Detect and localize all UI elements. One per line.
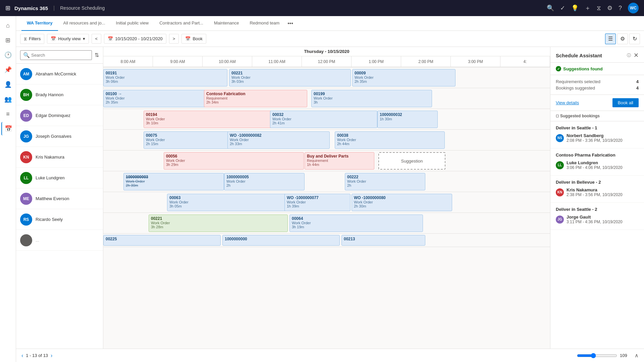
tab-redmond[interactable]: Redmond team xyxy=(244,16,285,31)
book-all-button[interactable]: Book all xyxy=(612,98,639,107)
search-icon: 🔍 xyxy=(23,52,30,58)
avatar: KN xyxy=(556,188,564,196)
avatar: LL xyxy=(556,161,564,169)
resource-name: Luke Lundgren xyxy=(36,175,65,180)
booking-00222[interactable]: 00222 Work Order 2h xyxy=(345,173,425,190)
waffle-icon[interactable]: ⊞ xyxy=(5,4,10,12)
search-input[interactable] xyxy=(31,53,89,58)
suggestion-group-title: Contoso Pharma Fabrication xyxy=(556,153,639,158)
book-icon: 📅 xyxy=(185,36,191,41)
timeline-row-kris: 29m 00056 Work Order 3h 29m Buy and Deli… xyxy=(103,150,550,171)
booking-00009[interactable]: 00009 Work Order 2h 35m xyxy=(352,69,455,86)
time-slot-9am: 9:00 AM xyxy=(153,56,203,67)
search-icon[interactable]: 🔍 xyxy=(547,4,554,12)
avatar: LL xyxy=(20,172,32,184)
date-range-button[interactable]: 📅 10/15/2020 - 10/21/2020 xyxy=(104,34,166,44)
info-icon[interactable]: ⓘ xyxy=(627,53,631,58)
booking-wo-1000000082[interactable]: WO -1000000082 Work Order 2h 33m xyxy=(227,131,330,149)
checklist-icon[interactable]: ✓ xyxy=(560,4,565,12)
tab-contractors[interactable]: Contractors and Part... xyxy=(154,16,209,31)
settings-view-icon[interactable]: ⚙ xyxy=(617,34,628,44)
booking-buy-deliver-parts[interactable]: Buy and Deliver Parts Requirement 1h 44m xyxy=(305,152,374,170)
timeline-header: Thursday - 10/15/2020 8:00 AM 9:00 AM 10… xyxy=(103,47,550,67)
list-view-icon[interactable]: ☰ xyxy=(605,34,616,44)
sidebar-recent-icon[interactable]: 🕐 xyxy=(1,48,15,62)
booking-00032[interactable]: 00032 Work Order 2h 41m xyxy=(270,111,377,128)
booking-1000000032[interactable]: 1000000032 1h 30m xyxy=(377,111,438,128)
close-button[interactable]: ✕ xyxy=(634,52,639,59)
prev-date-button[interactable]: < xyxy=(92,34,102,44)
sort-icon[interactable]: ⇅ xyxy=(95,52,99,58)
tab-wa-territory[interactable]: WA Territory xyxy=(21,16,58,31)
tab-initial-public[interactable]: Initial public view xyxy=(111,16,154,31)
status-found: Suggestions found xyxy=(556,66,639,71)
bookings-row: Bookings suggested 4 xyxy=(556,85,639,91)
lightbulb-icon[interactable]: 💡 xyxy=(571,4,579,12)
time-slot-8am: 8:00 AM xyxy=(103,56,153,67)
sidebar-people-icon[interactable]: 👤 xyxy=(1,78,15,91)
sidebar-calendar-icon[interactable]: 📅 xyxy=(1,122,15,135)
booking-00063[interactable]: 00063 Work Order 3h 05m xyxy=(167,194,289,211)
timeline-body[interactable]: 6h 00191 Work Order 3h 06m 00221 Work Or… xyxy=(103,67,550,362)
assistant-status: Suggestions found xyxy=(550,63,644,75)
tab-more-icon[interactable]: ••• xyxy=(285,20,296,26)
avatar: ED xyxy=(20,110,32,122)
next-page-button[interactable]: › xyxy=(51,353,52,359)
help-icon[interactable]: ? xyxy=(619,5,622,12)
booking-1000000005[interactable]: 1000000005 Work Order 2h xyxy=(224,173,305,190)
booking-00225[interactable]: 00225 xyxy=(103,235,221,246)
booking-00221-abraham[interactable]: 00221 Work Order 3h 03m xyxy=(229,69,351,86)
booking-wo-1000000080[interactable]: WO -1000000080 Work Order 2h 30m xyxy=(352,194,452,211)
suggestion-person-details: Norbert Sandberg 2:08 PM - 3:36 PM, 10/1… xyxy=(567,133,623,143)
add-icon[interactable]: ＋ xyxy=(585,4,591,12)
booking-1000000000[interactable]: 1000000000 xyxy=(222,235,340,246)
booking-00213[interactable]: 00213 xyxy=(341,235,425,246)
tab-maintenance[interactable]: Maintenance xyxy=(209,16,244,31)
pagination: ‹ 1 - 13 of 13 › xyxy=(21,353,52,359)
filters-button[interactable]: ⧖ Filters xyxy=(20,34,44,44)
booking-00100[interactable]: 00100 → Work Order 2h 35m xyxy=(103,90,207,107)
booking-1000000003[interactable]: 1000000003 Work Order 2h 30m xyxy=(123,173,224,190)
filter-icon[interactable]: ⧖ xyxy=(597,5,601,12)
collapse-button[interactable]: ∧ xyxy=(635,352,639,359)
booking-suggestion-kris[interactable]: Suggestion xyxy=(378,152,445,170)
list-item: BH Brady Hannon xyxy=(16,84,103,105)
date-header: Thursday - 10/15/2020 xyxy=(103,47,550,56)
zoom-range-input[interactable] xyxy=(577,353,617,358)
booking-00038[interactable]: 00038 Work Order 2h 44m xyxy=(335,131,445,149)
sidebar-home-icon[interactable]: ⌂ xyxy=(1,19,15,32)
resource-name: Matthew Everson xyxy=(36,196,69,201)
booking-wo-1000000077[interactable]: WO -1000000077 Work Order 1h 39m xyxy=(284,194,351,211)
sidebar-team-icon[interactable]: 👥 xyxy=(1,93,15,106)
booking-contoso-fabrication[interactable]: Contoso Fabrication Requirement 2h 34m xyxy=(204,90,307,107)
hourly-view-button[interactable]: 📅 Hourly view ▾ xyxy=(47,34,89,44)
search-box[interactable]: 🔍 xyxy=(20,50,92,60)
module-label: Resource Scheduling xyxy=(60,5,105,11)
prev-page-button[interactable]: ‹ xyxy=(21,353,23,359)
book-button[interactable]: 📅 Book xyxy=(181,34,206,44)
booking-00064[interactable]: 00064 Work Order 3h 19m xyxy=(289,215,423,232)
timeline-row-abraham: 6h 00191 Work Order 3h 06m 00221 Work Or… xyxy=(103,67,550,88)
booking-00075[interactable]: 00075 Work Order 2h 15m xyxy=(144,131,234,149)
tab-all-resources[interactable]: All resources and jo... xyxy=(58,16,111,31)
timeline-row-luke: 30m 1000000003 Work Order 2h 30m 1000000… xyxy=(103,171,550,192)
booking-00194[interactable]: 00194 Work Order 3h 10m xyxy=(144,111,275,128)
person-time: 3:06 PM - 4:06 PM, 10/19/2020 xyxy=(567,165,623,170)
next-date-button[interactable]: > xyxy=(169,34,179,44)
booking-00221-ricardo[interactable]: 00221 Work Order 3h 28m xyxy=(149,215,288,232)
view-details-button[interactable]: View details xyxy=(556,98,579,107)
user-avatar[interactable]: WC xyxy=(628,3,639,13)
sidebar-apps-icon[interactable]: ⊞ xyxy=(1,34,15,47)
booking-00056[interactable]: 00056 Work Order 3h 29m xyxy=(164,152,304,170)
topbar-icons: 🔍 ✓ 💡 ＋ ⧖ ⚙ ? WC xyxy=(547,3,639,13)
settings-icon[interactable]: ⚙ xyxy=(607,4,612,12)
sidebar-pinned-icon[interactable]: 📌 xyxy=(1,63,15,76)
sidebar-list-icon[interactable]: ≡ xyxy=(1,107,15,121)
booking-00199[interactable]: 00199 Work Order 3h xyxy=(311,90,432,107)
resource-name: Edgar Dominquez xyxy=(36,113,70,118)
toolbar: ⧖ Filters 📅 Hourly view ▾ < 📅 10/15/2020… xyxy=(16,31,644,47)
refresh-icon[interactable]: ↻ xyxy=(629,34,640,44)
assistant-actions: View details Book all xyxy=(550,95,644,111)
booking-00191[interactable]: 00191 Work Order 3h 06m xyxy=(103,69,227,86)
resource-list: 🔍 ⇅ AM Abraham McCormick BH Brady Hannon… xyxy=(16,47,103,362)
